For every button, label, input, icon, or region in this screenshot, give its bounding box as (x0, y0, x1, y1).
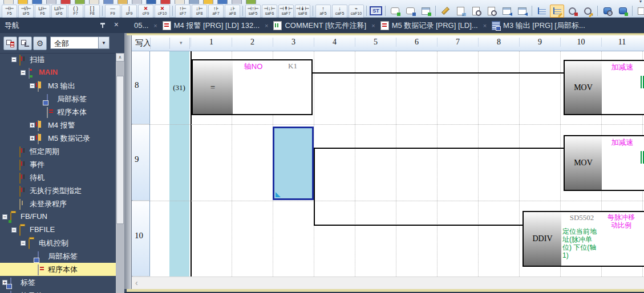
expander-icon[interactable]: + (30, 136, 35, 141)
ladder-symbol-button-sF6[interactable]: ⊔/⊢sF6 (51, 5, 67, 18)
st-editor-button[interactable]: ST (369, 5, 383, 17)
ladder-symbol-button-F5[interactable]: ⊣⊢F5 (2, 5, 17, 18)
tree-scrollbar[interactable]: ∧ (116, 53, 124, 293)
note-edit-button[interactable] (403, 5, 418, 18)
tree-item-m3-output[interactable]: − M3 输出 (0, 79, 116, 92)
expander-icon[interactable]: − (30, 83, 35, 88)
tree-item-program-body[interactable]: 程序本体 (0, 105, 116, 119)
paste-insert-button[interactable] (500, 5, 514, 18)
expander-icon[interactable]: + (30, 123, 35, 128)
ladder-symbol-button-cF9[interactable]: ✕cF9 (138, 5, 153, 18)
horizontal-scrollbar[interactable]: ‹ (132, 276, 644, 289)
expander-icon[interactable]: − (21, 241, 26, 246)
ladder-symbol-button-aF7[interactable]: ↑⊦aF7 (208, 5, 224, 18)
toolbar-icon-clipped[interactable] (246, 0, 256, 4)
toolbar-icon-clipped[interactable] (46, 0, 56, 4)
tree-item-main[interactable]: − MAIN (0, 66, 116, 79)
ladder-symbol-button-sF7[interactable]: ↑⊢sF7 (175, 5, 191, 18)
toolbar-icon-clipped[interactable] (60, 0, 71, 4)
find-magnifier-button[interactable] (565, 5, 580, 18)
database-find-button[interactable] (600, 5, 614, 18)
tree-item-local-label[interactable]: 局部标签 (0, 92, 116, 105)
ladder-symbol-button-cF10[interactable]: ✕cF10 (155, 5, 170, 18)
tab-close-icon[interactable]: × (483, 22, 487, 29)
expander-icon[interactable]: − (11, 57, 17, 62)
tab-close-icon[interactable]: × (371, 22, 375, 29)
tree-item-event[interactable]: 事件 (0, 158, 116, 171)
ladder-symbol-button-F7[interactable]: ( )F7 (68, 5, 83, 18)
tree-item-fbfile[interactable]: − FBFILE (0, 223, 116, 237)
wire-edit-button[interactable] (550, 5, 564, 18)
tab-m3-output[interactable]: M3 输出 [PRG] [局部标... (488, 21, 589, 31)
find-document-button[interactable] (469, 5, 483, 18)
ladder-symbol-button-saF6[interactable]: ⊣↓⊢saF6 (262, 5, 277, 18)
find-edit-button[interactable] (581, 5, 595, 18)
toolbar-icon-clipped[interactable] (32, 0, 42, 4)
ladder-symbol-button-F9[interactable]: —F9 (105, 5, 120, 18)
toolbar-icon-clipped[interactable] (132, 0, 142, 4)
toolbar-icon-clipped[interactable] (146, 0, 156, 4)
branch-tree-button[interactable] (534, 5, 549, 18)
find-document-2-button[interactable] (484, 5, 499, 18)
device-comment-edit-button[interactable] (419, 5, 433, 18)
tree-item-program-body-2[interactable]: 程序本体 (0, 263, 116, 276)
toolbar-icon-clipped[interactable] (203, 0, 213, 4)
pencil-edit-button[interactable] (438, 5, 452, 18)
expander-icon[interactable]: − (11, 227, 17, 233)
statement-edit-button[interactable] (388, 5, 402, 18)
tree-scrollbar-thumb[interactable] (116, 76, 124, 224)
tree-filter-select[interactable]: 全部 ▼ (50, 36, 110, 49)
pin-icon[interactable] (99, 22, 106, 29)
rung-number-cell[interactable]: 8 (132, 51, 150, 124)
tree-collapse-button[interactable] (18, 36, 32, 50)
tab-05[interactable]: 05... (130, 21, 152, 30)
toolbar-icon-clipped[interactable] (3, 0, 14, 4)
toolbar-icon-clipped[interactable] (160, 0, 171, 4)
rung-number-cell[interactable]: 10 (132, 201, 150, 276)
tree-item-motor-control[interactable]: − 电机控制 (0, 237, 116, 250)
chevron-down-icon[interactable]: ▼ (98, 37, 109, 48)
tree-item-label[interactable]: + 标签 (0, 276, 116, 289)
ladder-symbol-button-aF8[interactable]: ↓⊦aF8 (225, 5, 240, 18)
toolbar-icon-clipped[interactable] (175, 0, 185, 4)
insert-cell-button[interactable] (635, 5, 644, 18)
tab-close-icon[interactable]: × (153, 22, 157, 29)
mov-instruction-box[interactable]: MOV 加减速 (564, 135, 644, 191)
database-edit-button[interactable] (615, 5, 630, 18)
tree-item-no-execution-type[interactable]: 无执行类型指定 (0, 184, 116, 197)
panel-splitter[interactable] (124, 33, 131, 289)
toolbar-icon-clipped[interactable] (217, 0, 228, 4)
tab-m4-alarm[interactable]: M4 报警 [PRG] [LD] 132... (159, 21, 264, 31)
tree-item-fixed-scan[interactable]: 恒定周期 (0, 145, 116, 158)
toolbar-icon-clipped[interactable] (75, 0, 85, 4)
compare-instruction-box[interactable]: = 轴NO K1 (192, 59, 313, 115)
program-list-button[interactable] (453, 5, 468, 18)
mov-instruction-box[interactable]: MOV 加减速 (564, 60, 644, 115)
expander-icon[interactable]: − (21, 70, 26, 75)
ladder-symbol-button-caF5[interactable]: ↓caF5 (332, 5, 347, 18)
toolbar-icon-clipped[interactable] (118, 0, 128, 4)
ladder-symbol-button-caF10[interactable]: ⌁caF10 (349, 5, 364, 18)
tab-close-icon[interactable]: × (265, 22, 268, 29)
ladder-symbol-button-sF9[interactable]: |sF9 (121, 5, 137, 18)
tree-item-scan[interactable]: − 扫描 (0, 53, 116, 66)
toolbar-icon-clipped[interactable] (189, 0, 199, 4)
selected-cell[interactable] (273, 127, 314, 200)
tree-item-local-label-2[interactable]: 局部标签 (0, 250, 116, 263)
ddiv-instruction-box[interactable]: DDIV SD5502 定位当前地址(脉冲单位) 下位(轴1) 每脉冲移动比例 (523, 211, 644, 267)
tree-item-standby[interactable]: 待机 (0, 171, 116, 184)
chevron-down-icon[interactable]: ▾ (180, 40, 183, 46)
close-icon[interactable]: × (114, 21, 119, 29)
ladder-symbol-button-sF8[interactable]: ↓⊢sF8 (192, 5, 207, 18)
scroll-left-icon[interactable]: ‹ (135, 278, 138, 287)
cell-handle-icon[interactable] (276, 192, 281, 197)
scroll-up-icon[interactable]: ∧ (116, 53, 124, 62)
rung-number-cell[interactable]: 9 (132, 124, 150, 201)
toolbar-icon-clipped[interactable] (89, 0, 99, 4)
tree-item-m4-alarm[interactable]: + M4 报警 (0, 119, 116, 132)
paste-overwrite-button[interactable] (515, 5, 529, 18)
tree-item-m5-data-log[interactable]: + M5 数据记录 (0, 132, 116, 145)
toolbar-icon-clipped[interactable] (103, 0, 114, 4)
toolbar-icon-clipped[interactable] (18, 0, 28, 4)
tree-expand-button[interactable] (3, 36, 17, 50)
